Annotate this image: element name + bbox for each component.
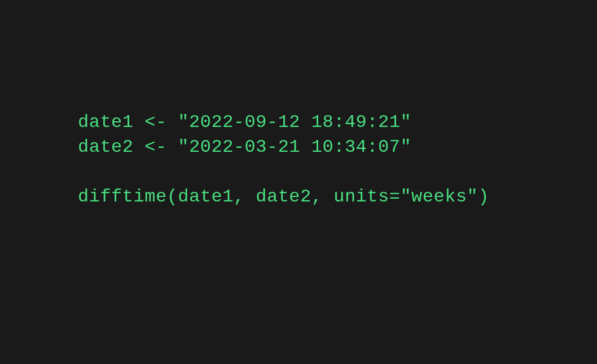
code-line-1: date1 <- "2022-09-12 18:49:21"	[78, 110, 597, 135]
code-line-2: date2 <- "2022-03-21 10:34:07"	[78, 135, 597, 160]
code-block: date1 <- "2022-09-12 18:49:21" date2 <- …	[0, 0, 597, 209]
code-blank-line	[78, 160, 597, 185]
code-line-4: difftime(date1, date2, units="weeks")	[78, 185, 597, 209]
